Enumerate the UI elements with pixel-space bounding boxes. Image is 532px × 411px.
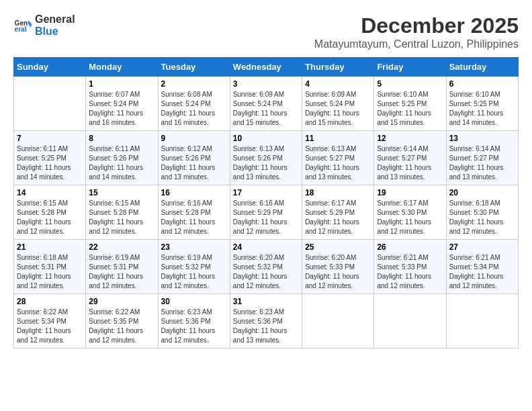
location-title: Matayumtayum, Central Luzon, Philippines [314,38,519,50]
calendar-cell [14,77,86,131]
svg-text:eral: eral [15,26,27,33]
header: Gen eral General Blue December 2025 Mata… [13,13,519,50]
calendar-cell: 3Sunrise: 6:09 AMSunset: 5:24 PMDaylight… [230,77,302,131]
calendar-table: SundayMondayTuesdayWednesdayThursdayFrid… [13,57,519,349]
day-info: Sunrise: 6:10 AMSunset: 5:25 PMDaylight:… [449,90,515,128]
day-number: 29 [89,297,154,306]
day-info: Sunrise: 6:13 AMSunset: 5:26 PMDaylight:… [233,144,299,182]
day-number: 22 [89,242,154,252]
day-info: Sunrise: 6:11 AMSunset: 5:25 PMDaylight:… [17,144,83,182]
day-number: 5 [377,79,443,89]
calendar-cell: 6Sunrise: 6:10 AMSunset: 5:25 PMDaylight… [446,77,518,131]
day-number: 28 [17,297,83,306]
weekday-header: Tuesday [158,58,230,77]
calendar-cell: 9Sunrise: 6:12 AMSunset: 5:26 PMDaylight… [158,131,230,185]
day-info: Sunrise: 6:15 AMSunset: 5:28 PMDaylight:… [89,199,154,236]
title-area: December 2025 Matayumtayum, Central Luzo… [314,13,519,50]
calendar-cell: 14Sunrise: 6:15 AMSunset: 5:28 PMDayligh… [14,185,86,240]
weekday-header: Monday [86,58,158,77]
day-number: 26 [377,242,443,252]
day-number: 16 [161,188,227,197]
weekday-header: Saturday [446,58,518,77]
day-info: Sunrise: 6:20 AMSunset: 5:33 PMDaylight:… [305,253,371,291]
calendar-cell: 27Sunrise: 6:21 AMSunset: 5:34 PMDayligh… [446,240,518,294]
weekday-header: Wednesday [230,58,302,77]
day-info: Sunrise: 6:14 AMSunset: 5:27 PMDaylight:… [377,144,443,182]
day-number: 9 [161,134,227,143]
calendar-cell: 11Sunrise: 6:13 AMSunset: 5:27 PMDayligh… [302,131,374,185]
calendar-cell: 31Sunrise: 6:23 AMSunset: 5:36 PMDayligh… [230,294,302,349]
day-info: Sunrise: 6:23 AMSunset: 5:36 PMDaylight:… [233,308,299,345]
day-number: 23 [161,242,227,252]
day-info: Sunrise: 6:12 AMSunset: 5:26 PMDaylight:… [161,144,227,182]
day-info: Sunrise: 6:20 AMSunset: 5:32 PMDaylight:… [233,253,299,291]
calendar-week-row: 14Sunrise: 6:15 AMSunset: 5:28 PMDayligh… [14,185,519,240]
calendar-cell: 10Sunrise: 6:13 AMSunset: 5:26 PMDayligh… [230,131,302,185]
calendar-cell [446,294,518,349]
day-number: 30 [161,297,227,306]
weekday-header: Thursday [302,58,374,77]
day-number: 3 [233,79,299,89]
calendar-week-row: 21Sunrise: 6:18 AMSunset: 5:31 PMDayligh… [14,240,519,294]
day-number: 14 [17,188,83,197]
calendar-cell: 24Sunrise: 6:20 AMSunset: 5:32 PMDayligh… [230,240,302,294]
day-number: 13 [449,134,515,143]
day-number: 24 [233,242,299,252]
day-info: Sunrise: 6:14 AMSunset: 5:27 PMDaylight:… [449,144,515,182]
day-number: 2 [161,79,227,89]
calendar-cell: 23Sunrise: 6:19 AMSunset: 5:32 PMDayligh… [158,240,230,294]
calendar-week-row: 1Sunrise: 6:07 AMSunset: 5:24 PMDaylight… [14,77,519,131]
day-info: Sunrise: 6:21 AMSunset: 5:33 PMDaylight:… [377,253,443,291]
calendar-cell: 26Sunrise: 6:21 AMSunset: 5:33 PMDayligh… [374,240,446,294]
calendar-cell: 4Sunrise: 6:09 AMSunset: 5:24 PMDaylight… [302,77,374,131]
day-number: 19 [377,188,443,197]
day-number: 7 [17,134,83,143]
day-info: Sunrise: 6:21 AMSunset: 5:34 PMDaylight:… [449,253,515,291]
day-info: Sunrise: 6:07 AMSunset: 5:24 PMDaylight:… [89,90,154,128]
calendar-cell [302,294,374,349]
calendar-cell: 8Sunrise: 6:11 AMSunset: 5:26 PMDaylight… [86,131,158,185]
day-info: Sunrise: 6:13 AMSunset: 5:27 PMDaylight:… [305,144,371,182]
day-number: 21 [17,242,83,252]
day-info: Sunrise: 6:19 AMSunset: 5:31 PMDaylight:… [89,253,154,291]
day-number: 8 [89,134,154,143]
calendar-week-row: 28Sunrise: 6:22 AMSunset: 5:34 PMDayligh… [14,294,519,349]
calendar-cell: 13Sunrise: 6:14 AMSunset: 5:27 PMDayligh… [446,131,518,185]
calendar-cell: 25Sunrise: 6:20 AMSunset: 5:33 PMDayligh… [302,240,374,294]
day-info: Sunrise: 6:22 AMSunset: 5:35 PMDaylight:… [89,308,154,345]
calendar-cell: 7Sunrise: 6:11 AMSunset: 5:25 PMDaylight… [14,131,86,185]
month-title: December 2025 [314,13,519,38]
day-number: 11 [305,134,371,143]
calendar-week-row: 7Sunrise: 6:11 AMSunset: 5:25 PMDaylight… [14,131,519,185]
calendar-cell: 1Sunrise: 6:07 AMSunset: 5:24 PMDaylight… [86,77,158,131]
calendar-cell: 28Sunrise: 6:22 AMSunset: 5:34 PMDayligh… [14,294,86,349]
calendar-cell: 20Sunrise: 6:18 AMSunset: 5:30 PMDayligh… [446,185,518,240]
day-number: 17 [233,188,299,197]
weekday-header: Friday [374,58,446,77]
day-info: Sunrise: 6:09 AMSunset: 5:24 PMDaylight:… [233,90,299,128]
calendar-cell: 19Sunrise: 6:17 AMSunset: 5:30 PMDayligh… [374,185,446,240]
day-info: Sunrise: 6:16 AMSunset: 5:29 PMDaylight:… [233,199,299,236]
day-info: Sunrise: 6:22 AMSunset: 5:34 PMDaylight:… [17,308,83,345]
day-number: 1 [89,79,154,89]
calendar-cell: 29Sunrise: 6:22 AMSunset: 5:35 PMDayligh… [86,294,158,349]
calendar-cell [374,294,446,349]
day-number: 27 [449,242,515,252]
day-info: Sunrise: 6:16 AMSunset: 5:28 PMDaylight:… [161,199,227,236]
logo-icon: Gen eral [13,16,32,35]
day-number: 6 [449,79,515,89]
calendar-cell: 16Sunrise: 6:16 AMSunset: 5:28 PMDayligh… [158,185,230,240]
calendar-cell: 15Sunrise: 6:15 AMSunset: 5:28 PMDayligh… [86,185,158,240]
calendar-cell: 5Sunrise: 6:10 AMSunset: 5:25 PMDaylight… [374,77,446,131]
day-info: Sunrise: 6:08 AMSunset: 5:24 PMDaylight:… [161,90,227,128]
logo: Gen eral General Blue [13,13,75,37]
day-number: 15 [89,188,154,197]
calendar-cell: 2Sunrise: 6:08 AMSunset: 5:24 PMDaylight… [158,77,230,131]
logo-text: General Blue [35,13,75,37]
day-info: Sunrise: 6:09 AMSunset: 5:24 PMDaylight:… [305,90,371,128]
day-number: 4 [305,79,371,89]
calendar-cell: 21Sunrise: 6:18 AMSunset: 5:31 PMDayligh… [14,240,86,294]
day-number: 20 [449,188,515,197]
day-info: Sunrise: 6:18 AMSunset: 5:31 PMDaylight:… [17,253,83,291]
day-info: Sunrise: 6:17 AMSunset: 5:30 PMDaylight:… [377,199,443,236]
